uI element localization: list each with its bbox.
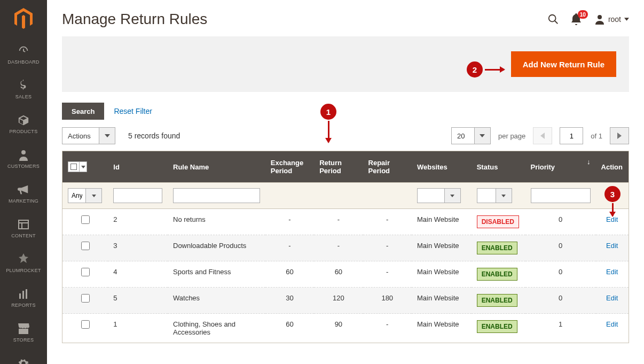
magento-logo[interactable] bbox=[0, 0, 47, 37]
col-repair[interactable]: Repair Period bbox=[363, 151, 412, 183]
cell-id: 4 bbox=[108, 261, 168, 288]
col-return[interactable]: Return Period bbox=[314, 151, 363, 183]
sort-down-icon: ↓ bbox=[587, 158, 591, 166]
row-checkbox[interactable] bbox=[81, 320, 90, 329]
nav-marketing[interactable]: MARKETING bbox=[0, 176, 47, 211]
filter-select-any[interactable] bbox=[68, 188, 103, 203]
table-row[interactable]: 2No returns---Main WebsiteDISABLED0Edit bbox=[62, 209, 629, 235]
gear-icon bbox=[18, 358, 29, 364]
nav-customers[interactable]: CUSTOMERS bbox=[0, 142, 47, 176]
edit-link[interactable]: Edit bbox=[606, 268, 618, 276]
chevron-down-icon bbox=[99, 127, 115, 144]
nav-stores[interactable]: STORES bbox=[0, 315, 47, 350]
filter-name-input[interactable] bbox=[173, 188, 260, 203]
nav-system[interactable]: SYSTEM bbox=[0, 350, 47, 364]
edit-link[interactable]: Edit bbox=[606, 242, 618, 250]
edit-link[interactable]: Edit bbox=[606, 294, 618, 302]
actions-dropdown[interactable]: Actions bbox=[62, 127, 115, 144]
col-status[interactable]: Status bbox=[472, 151, 525, 183]
nav-reports[interactable]: REPORTS bbox=[0, 281, 47, 315]
cell-exchange: - bbox=[265, 209, 314, 235]
col-priority[interactable]: Priority↓ bbox=[525, 151, 596, 183]
reset-filter-link[interactable]: Reset Filter bbox=[114, 107, 152, 115]
col-select[interactable] bbox=[62, 151, 108, 183]
cell-repair: 180 bbox=[363, 288, 412, 314]
filter-status-select[interactable] bbox=[477, 188, 520, 203]
filter-toolbar: Search Reset Filter bbox=[62, 103, 629, 120]
cell-exchange: 60 bbox=[265, 314, 314, 343]
add-new-return-rule-button[interactable]: Add New Return Rule bbox=[511, 51, 616, 77]
chart-icon bbox=[18, 288, 29, 300]
cell-return: 60 bbox=[314, 261, 363, 288]
svg-point-0 bbox=[21, 150, 26, 154]
cell-name: Downloadable Products bbox=[168, 235, 265, 261]
filter-priority-input[interactable] bbox=[531, 188, 591, 203]
cell-return: 120 bbox=[314, 288, 363, 314]
col-action[interactable]: Action bbox=[596, 151, 629, 183]
notifications-icon[interactable]: 10 bbox=[571, 13, 583, 25]
nav-plumrocket[interactable]: PLUMROCKET bbox=[0, 246, 47, 281]
page-number-input[interactable] bbox=[560, 127, 583, 144]
row-checkbox[interactable] bbox=[81, 268, 90, 276]
col-websites[interactable]: Websites bbox=[412, 151, 472, 183]
search-icon[interactable] bbox=[547, 13, 559, 25]
table-row[interactable]: 3Downloadable Products---Main WebsiteENA… bbox=[62, 235, 629, 261]
filter-id-input[interactable] bbox=[113, 188, 162, 203]
col-exchange[interactable]: Exchange Period bbox=[265, 151, 314, 183]
grid-controls: Actions 5 records found 20 per page of 1 bbox=[62, 127, 629, 144]
cell-priority: 0 bbox=[525, 235, 596, 261]
cell-status: ENABLED bbox=[472, 235, 525, 261]
cell-priority: 1 bbox=[525, 314, 596, 343]
cell-id: 1 bbox=[108, 314, 168, 343]
svg-rect-1 bbox=[19, 220, 28, 229]
cell-name: Clothing, Shoes and Accessories bbox=[168, 314, 265, 343]
rules-grid: Id Rule Name Exchange Period Return Peri… bbox=[62, 151, 629, 343]
edit-link[interactable]: Edit bbox=[606, 215, 618, 223]
row-checkbox[interactable] bbox=[81, 242, 90, 250]
total-pages-label: of 1 bbox=[591, 132, 602, 140]
col-rule-name[interactable]: Rule Name bbox=[168, 151, 265, 183]
page-title: Manage Return Rules bbox=[62, 11, 207, 28]
records-count: 5 records found bbox=[128, 131, 180, 140]
next-page-button[interactable] bbox=[610, 127, 629, 144]
cell-status: DISABLED bbox=[472, 209, 525, 235]
megaphone-icon bbox=[18, 184, 29, 196]
page-size-select[interactable]: 20 bbox=[451, 127, 491, 144]
cell-priority: 0 bbox=[525, 288, 596, 314]
store-icon bbox=[18, 323, 29, 335]
nav-content[interactable]: CONTENT bbox=[0, 211, 47, 246]
action-bar: Add New Return Rule bbox=[62, 36, 629, 92]
cell-return: 90 bbox=[314, 314, 363, 343]
table-row[interactable]: 4Sports and Fitness6060-Main WebsiteENAB… bbox=[62, 261, 629, 288]
row-checkbox[interactable] bbox=[81, 294, 90, 303]
row-checkbox[interactable] bbox=[81, 215, 90, 224]
plumrocket-icon bbox=[18, 253, 29, 265]
cell-status: ENABLED bbox=[472, 314, 525, 343]
search-button[interactable]: Search bbox=[62, 103, 104, 120]
cell-id: 3 bbox=[108, 235, 168, 261]
notification-badge: 10 bbox=[578, 10, 588, 19]
nav-dashboard[interactable]: DASHBOARD bbox=[0, 37, 47, 72]
nav-sales[interactable]: SALES bbox=[0, 72, 47, 107]
prev-page-button[interactable] bbox=[533, 127, 552, 144]
filter-website-select[interactable] bbox=[417, 188, 466, 203]
cell-exchange: 30 bbox=[265, 288, 314, 314]
table-row[interactable]: 1Clothing, Shoes and Accessories6090-Mai… bbox=[62, 314, 629, 343]
cell-priority: 0 bbox=[525, 261, 596, 288]
cell-repair: - bbox=[363, 314, 412, 343]
table-row[interactable]: 5Watches30120180Main WebsiteENABLED0Edit bbox=[62, 288, 629, 314]
cell-website: Main Website bbox=[412, 209, 472, 235]
cell-name: Sports and Fitness bbox=[168, 261, 265, 288]
cell-id: 5 bbox=[108, 288, 168, 314]
edit-link[interactable]: Edit bbox=[606, 320, 618, 328]
cell-repair: - bbox=[363, 209, 412, 235]
col-id[interactable]: Id bbox=[108, 151, 168, 183]
cell-website: Main Website bbox=[412, 235, 472, 261]
cell-website: Main Website bbox=[412, 288, 472, 314]
user-menu[interactable]: root bbox=[594, 14, 629, 25]
svg-rect-6 bbox=[26, 289, 27, 299]
chevron-down-icon bbox=[624, 18, 629, 21]
chevron-down-icon bbox=[475, 127, 491, 144]
nav-products[interactable]: PRODUCTS bbox=[0, 107, 47, 142]
filter-row bbox=[62, 183, 629, 209]
